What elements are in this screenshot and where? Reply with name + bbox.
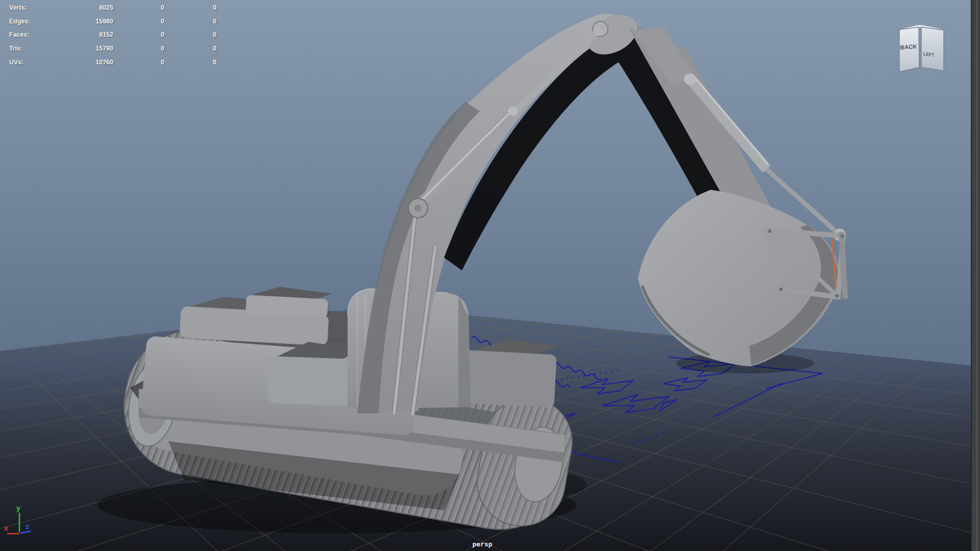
hud-label: Edges: bbox=[9, 18, 53, 25]
hud-value: 0 bbox=[164, 59, 216, 66]
hud-value: 8025 bbox=[53, 4, 113, 11]
hud-value: 8152 bbox=[53, 31, 113, 38]
view-cube[interactable]: BACK LEFT bbox=[894, 20, 955, 77]
viewport-3d[interactable]: Verts: 8025 0 0 Edges: 15980 0 0 Faces: … bbox=[0, 0, 980, 551]
poly-count-hud: Verts: 8025 0 0 Edges: 15980 0 0 Faces: … bbox=[9, 1, 216, 69]
axis-y-label: y bbox=[16, 504, 20, 512]
hud-value: 15980 bbox=[53, 18, 113, 25]
hud-label: Faces: bbox=[9, 31, 53, 38]
hud-value: 15790 bbox=[53, 45, 113, 52]
front-box bbox=[267, 356, 360, 406]
hud-value: 0 bbox=[113, 18, 164, 25]
scene-canvas[interactable] bbox=[0, 0, 980, 551]
cube-face-left[interactable] bbox=[921, 27, 944, 71]
axis-x-label: x bbox=[4, 524, 8, 532]
hud-label: Verts: bbox=[9, 4, 53, 11]
hud-label: Tris: bbox=[9, 45, 53, 52]
hud-value: 0 bbox=[164, 4, 216, 11]
axis-gizmo: y x z bbox=[0, 503, 46, 548]
hud-value: 0 bbox=[113, 45, 164, 52]
camera-label: persp bbox=[449, 540, 516, 548]
hud-label: UVs: bbox=[9, 59, 53, 66]
hud-value: 0 bbox=[113, 59, 164, 66]
boom-pivot-center bbox=[414, 205, 422, 212]
axis-z-line bbox=[20, 531, 31, 533]
hud-value: 0 bbox=[164, 45, 216, 52]
axis-z-label: z bbox=[26, 522, 29, 531]
hud-value: 0 bbox=[113, 4, 164, 11]
hud-value: 10760 bbox=[53, 59, 113, 66]
cube-face-back-label: BACK bbox=[900, 43, 917, 51]
hud-value: 0 bbox=[113, 31, 164, 38]
hud-value: 0 bbox=[164, 18, 216, 25]
counterweight bbox=[463, 350, 557, 408]
right-panel-edge bbox=[971, 0, 980, 551]
hud-value: 0 bbox=[164, 31, 216, 38]
